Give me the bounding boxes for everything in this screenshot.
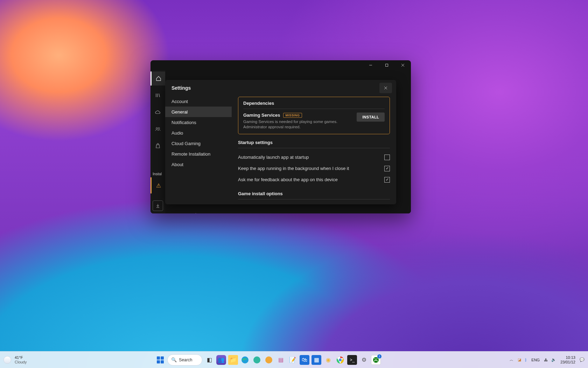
tray-notifications-icon[interactable]: 💬 xyxy=(580,357,584,362)
edge-icon xyxy=(241,356,249,364)
taskbar-badge: 1 xyxy=(377,354,382,359)
edge-canary-icon xyxy=(265,356,273,364)
taskbar-app-edge[interactable] xyxy=(240,355,250,365)
dependencies-panel: Dependencies Gaming Services MISSING Gam… xyxy=(238,97,390,134)
setting-auto-launch: Automatically launch app at startup xyxy=(238,152,390,163)
nav-item-audio[interactable]: Audio xyxy=(165,128,232,138)
window-titlebar xyxy=(150,60,411,70)
maximize-icon xyxy=(385,63,388,67)
nav-item-notifications[interactable]: Notifications xyxy=(165,117,232,128)
taskbar-tray: ︿ ◪ ᛒ ENG 🖧 🔉 10:13 23/01/12 💬 xyxy=(510,355,584,364)
window-maximize-button[interactable] xyxy=(379,60,395,70)
settings-nav: Account General Notifications Audio Clou… xyxy=(165,96,232,204)
taskbar-app-generic-3[interactable]: ◉ xyxy=(323,355,333,365)
svg-point-12 xyxy=(339,359,342,361)
tray-overflow[interactable]: ︿ xyxy=(510,357,513,362)
taskbar: 41°F Cloudy 🔍 Search ◧ 👥 📁 ▤ 📝 🛍 ▦ ◉ xyxy=(0,351,588,368)
tray-security-icon[interactable]: ◪ xyxy=(518,357,521,362)
minimize-icon xyxy=(369,63,372,67)
nav-item-about[interactable]: About xyxy=(165,159,232,170)
settings-overlay: Settings Account General Notifications A… xyxy=(150,70,411,213)
taskbar-search[interactable]: 🔍 Search xyxy=(167,354,202,366)
setting-label: Ask me for feedback about the app on thi… xyxy=(238,177,338,182)
svg-rect-1 xyxy=(386,64,388,67)
taskbar-app-edge-beta[interactable] xyxy=(252,355,262,365)
close-icon xyxy=(384,86,387,90)
chrome-icon xyxy=(336,356,344,364)
settings-close-button[interactable] xyxy=(379,83,392,93)
taskbar-app-explorer[interactable]: 📁 xyxy=(228,355,238,365)
taskbar-app-settings[interactable]: ⚙ xyxy=(359,355,369,365)
nav-item-remote-installation[interactable]: Remote Installation xyxy=(165,149,232,159)
setting-change-install-location: Change where this app installs games by … xyxy=(238,203,390,204)
dependencies-heading: Dependencies xyxy=(243,101,385,106)
taskbar-app-notepad[interactable]: 📝 xyxy=(288,355,298,365)
install-button[interactable]: INSTALL xyxy=(357,113,385,122)
taskbar-app-teams[interactable]: 👥 xyxy=(216,355,226,365)
weather-icon xyxy=(4,356,11,364)
checkbox-ask-feedback[interactable] xyxy=(384,177,390,183)
settings-title: Settings xyxy=(172,85,191,91)
taskbar-app-store[interactable]: 🛍 xyxy=(300,355,309,365)
taskbar-center: 🔍 Search ◧ 👥 📁 ▤ 📝 🛍 ▦ ◉ >_ ⚙ 1 xyxy=(155,354,381,366)
dependency-name: Gaming Services xyxy=(243,113,280,118)
dependency-missing-badge: MISSING xyxy=(283,113,302,118)
settings-header: Settings xyxy=(165,80,396,96)
taskbar-app-generic-2[interactable]: ▦ xyxy=(312,355,321,365)
edge-beta-icon xyxy=(253,356,261,364)
checkbox-auto-launch[interactable] xyxy=(384,155,390,160)
svg-point-9 xyxy=(253,356,260,363)
setting-keep-running: Keep the app running in the background w… xyxy=(238,163,390,174)
taskbar-app-xbox[interactable]: 1 xyxy=(371,355,381,365)
tray-network-icon[interactable]: 🖧 xyxy=(544,358,548,362)
taskbar-app-terminal[interactable]: >_ xyxy=(347,355,357,365)
tray-language[interactable]: ENG xyxy=(531,358,540,362)
weather-desc: Cloudy xyxy=(15,360,27,364)
startup-section: Startup settings Automatically launch ap… xyxy=(238,140,390,185)
install-options-heading: Game install options xyxy=(238,191,390,196)
start-button[interactable] xyxy=(155,355,165,365)
search-label: Search xyxy=(179,357,192,362)
taskbar-task-view[interactable]: ◧ xyxy=(204,355,214,365)
nav-item-cloud-gaming[interactable]: Cloud Gaming xyxy=(165,138,232,149)
install-options-section: Game install options Change where this a… xyxy=(238,191,390,204)
settings-content: Dependencies Gaming Services MISSING Gam… xyxy=(232,96,396,204)
search-icon: 🔍 xyxy=(171,357,177,362)
clock-time: 10:13 xyxy=(566,355,575,360)
taskbar-clock[interactable]: 10:13 23/01/12 xyxy=(560,355,575,364)
app-window: Instal ⚠ game goes here. Settings xyxy=(150,60,411,213)
setting-label: Keep the app running in the background w… xyxy=(238,166,349,171)
setting-label: Automatically launch app at startup xyxy=(238,155,309,160)
startup-heading: Startup settings xyxy=(238,140,390,145)
clock-date: 23/01/12 xyxy=(560,360,575,364)
close-icon xyxy=(401,63,405,67)
nav-item-account[interactable]: Account xyxy=(165,96,232,107)
window-close-button[interactable] xyxy=(395,60,411,70)
settings-modal: Settings Account General Notifications A… xyxy=(165,80,396,204)
setting-ask-feedback: Ask me for feedback about the app on thi… xyxy=(238,174,390,185)
taskbar-app-generic-1[interactable]: ▤ xyxy=(276,355,286,365)
dependency-description: Gaming Services is needed for playing so… xyxy=(243,119,352,130)
taskbar-weather[interactable]: 41°F Cloudy xyxy=(4,355,27,364)
nav-item-general[interactable]: General xyxy=(165,107,232,117)
taskbar-app-edge-canary[interactable] xyxy=(264,355,274,365)
tray-bluetooth-icon[interactable]: ᛒ xyxy=(525,358,527,362)
weather-temp: 41°F xyxy=(15,355,27,360)
taskbar-app-chrome[interactable] xyxy=(335,355,345,365)
checkbox-keep-running[interactable] xyxy=(384,166,390,171)
svg-point-10 xyxy=(265,356,272,363)
window-minimize-button[interactable] xyxy=(363,60,379,70)
tray-volume-icon[interactable]: 🔉 xyxy=(551,357,556,362)
